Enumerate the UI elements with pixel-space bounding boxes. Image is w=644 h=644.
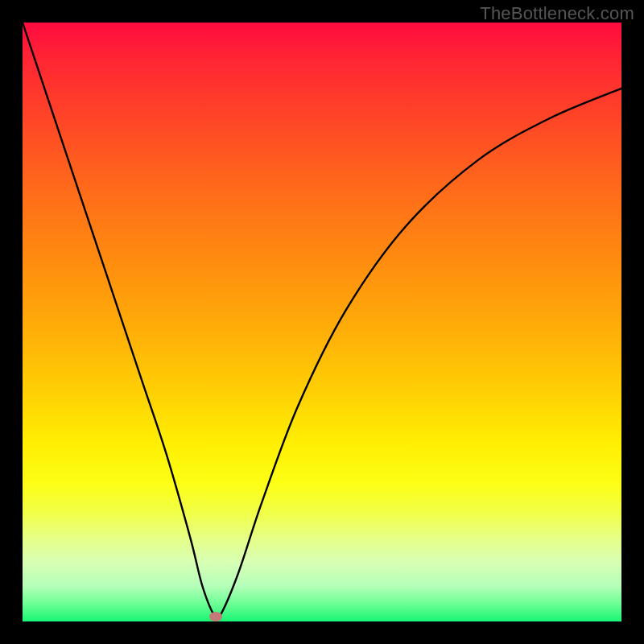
watermark: TheBottleneck.com — [480, 3, 634, 24]
plot-area — [23, 23, 621, 621]
chart-curve — [23, 23, 621, 621]
trough-marker — [209, 612, 222, 621]
